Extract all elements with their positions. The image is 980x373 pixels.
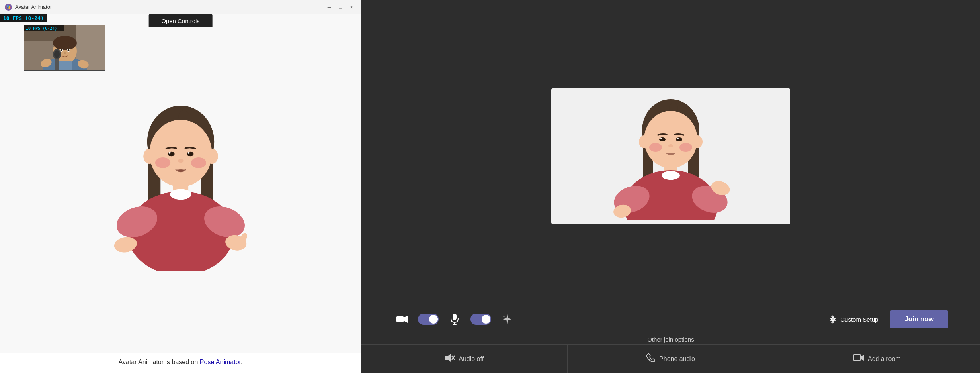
effects-toggle-knob: [482, 315, 490, 324]
svg-point-23: [149, 120, 212, 186]
svg-point-54: [677, 138, 679, 139]
gear-icon: [828, 315, 837, 324]
bottom-options: Audio off Phone audio + Add a room: [361, 344, 980, 373]
minimize-button[interactable]: ─: [324, 2, 334, 12]
svg-rect-65: [453, 314, 457, 320]
title-bar: 🎭 Avatar Animator ─ □ ✕: [0, 0, 361, 14]
svg-point-8: [61, 49, 62, 51]
svg-point-36: [170, 189, 191, 200]
webcam-thumbnail: 10 FPS (0-24): [24, 25, 105, 71]
join-now-button[interactable]: Join now: [890, 310, 948, 328]
custom-setup-button[interactable]: Custom Setup: [824, 312, 883, 327]
other-join-options-label: Other join options: [361, 334, 980, 344]
svg-point-9: [68, 49, 70, 51]
svg-point-24: [143, 149, 156, 164]
teams-avatar-svg: [603, 92, 738, 220]
app-icon: 🎭: [5, 4, 12, 11]
svg-point-28: [168, 152, 174, 156]
avatar-animator-window: 🎭 Avatar Animator ─ □ ✕ 10 FPS (0-24) Op…: [0, 0, 361, 373]
teams-preview-area: [361, 0, 980, 304]
svg-point-29: [187, 152, 193, 156]
mic-icon: [446, 310, 463, 328]
svg-point-10: [64, 52, 66, 54]
svg-point-5: [53, 36, 77, 50]
svg-rect-63: [396, 316, 404, 322]
svg-text:10 FPS (0-24): 10 FPS (0-24): [26, 26, 57, 31]
custom-setup-label: Custom Setup: [840, 316, 878, 323]
controls-row: Custom Setup Join now: [361, 304, 980, 334]
svg-rect-66: [454, 322, 455, 324]
svg-marker-64: [404, 316, 408, 323]
svg-point-26: [155, 157, 170, 168]
teams-join-panel: Custom Setup Join now Other join options…: [361, 0, 980, 373]
svg-point-48: [692, 135, 703, 148]
camera-icon: [393, 310, 411, 328]
maximize-button[interactable]: □: [336, 2, 345, 12]
svg-point-55: [668, 144, 673, 147]
add-room-icon: +: [853, 354, 864, 364]
svg-text:+: +: [856, 356, 858, 360]
close-button[interactable]: ✕: [347, 2, 356, 12]
svg-point-53: [660, 138, 662, 139]
avatar-main-display: [97, 96, 264, 271]
svg-point-27: [191, 157, 206, 168]
camera-toggle[interactable]: [418, 314, 439, 325]
svg-point-32: [178, 159, 183, 163]
svg-marker-73: [861, 355, 864, 361]
window-controls: ─ □ ✕: [324, 2, 356, 12]
phone-icon: [646, 353, 655, 364]
svg-point-14: [54, 50, 60, 58]
svg-rect-67: [453, 324, 457, 325]
svg-point-30: [168, 152, 170, 154]
add-room-label: Add a room: [868, 355, 901, 363]
effects-icon: [498, 310, 516, 328]
phone-audio-label: Phone audio: [659, 355, 695, 363]
svg-point-46: [644, 111, 697, 168]
audio-off-option[interactable]: Audio off: [361, 345, 568, 373]
footer-text: Avatar Animator is based on Pose Animato…: [0, 353, 361, 373]
svg-marker-69: [445, 354, 451, 362]
svg-point-31: [187, 152, 189, 154]
window-title: Avatar Animator: [15, 4, 321, 10]
svg-point-47: [639, 135, 649, 148]
svg-rect-11: [58, 61, 72, 71]
open-controls-button[interactable]: Open Controls: [148, 14, 213, 27]
add-room-option[interactable]: + Add a room: [774, 345, 980, 373]
phone-audio-option[interactable]: Phone audio: [568, 345, 774, 373]
svg-point-58: [662, 171, 680, 180]
svg-point-50: [679, 143, 692, 152]
fps-badge: 10 FPS (0-24): [0, 14, 47, 22]
effects-toggle[interactable]: [470, 314, 491, 325]
pose-animator-link[interactable]: Pose Animator: [200, 359, 241, 365]
svg-point-25: [206, 149, 218, 164]
audio-off-icon: [445, 353, 455, 364]
toggle-knob: [429, 315, 438, 324]
webcam-video: 10 FPS (0-24): [24, 25, 105, 71]
svg-point-52: [676, 137, 682, 141]
svg-point-49: [649, 143, 662, 152]
teams-avatar-preview: [551, 88, 790, 224]
audio-off-label: Audio off: [459, 355, 484, 363]
svg-point-51: [659, 137, 666, 141]
svg-point-33: [178, 169, 184, 173]
